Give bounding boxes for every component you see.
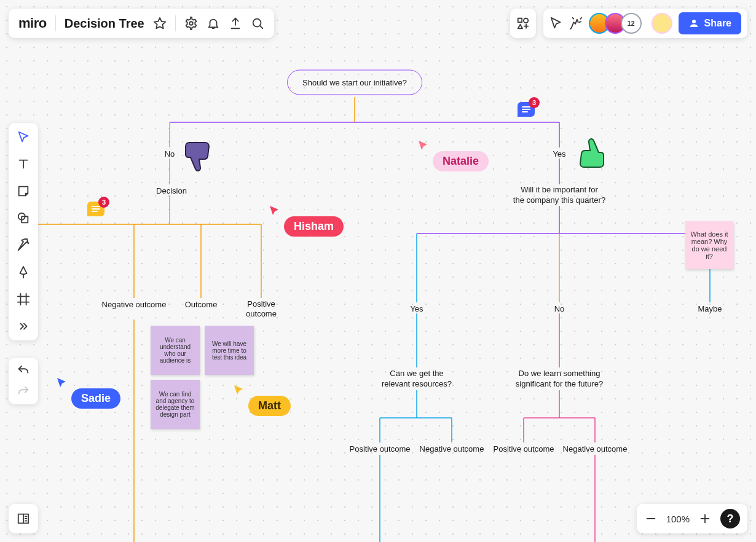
sticky-s3[interactable]: We can find and agency to delegate them …: [151, 380, 200, 429]
reactions-icon[interactable]: [569, 17, 583, 30]
help-button[interactable]: ?: [720, 509, 740, 528]
zoom-bar: 100% ?: [637, 504, 747, 533]
neg-outcome2[interactable]: Negative outcome: [420, 444, 484, 454]
select-tool-icon[interactable]: [15, 129, 31, 145]
branch-yes[interactable]: Yes: [553, 149, 565, 159]
cursor-icon[interactable]: [549, 17, 563, 30]
frames-button[interactable]: [9, 504, 38, 533]
branch-no2[interactable]: No: [554, 304, 565, 313]
comment-count-1: 3: [529, 97, 540, 108]
branch-yes2[interactable]: Yes: [410, 304, 423, 313]
svg-rect-2: [518, 18, 521, 22]
settings-icon[interactable]: [184, 17, 198, 30]
frame-tool-icon[interactable]: [15, 291, 31, 307]
sticky-tool-icon[interactable]: [15, 183, 31, 199]
svg-point-3: [523, 18, 527, 23]
branch-no[interactable]: No: [165, 149, 175, 159]
apps-icon: [516, 17, 530, 30]
comment-count-2: 3: [98, 197, 109, 208]
app-logo[interactable]: miro: [18, 15, 47, 31]
avatar-overflow: 12: [621, 13, 642, 34]
apps-button[interactable]: [510, 9, 536, 38]
comment-bubble-1[interactable]: 3: [518, 102, 535, 117]
line-tool-icon[interactable]: [15, 237, 31, 253]
collaborator-avatars[interactable]: 12: [589, 13, 642, 34]
export-icon[interactable]: [229, 17, 242, 30]
share-button[interactable]: Share: [679, 12, 741, 34]
thumbs-down-icon: [184, 140, 215, 176]
svg-point-0: [189, 22, 193, 25]
cursor-sadie: Sadie: [57, 377, 120, 409]
share-label: Share: [704, 18, 731, 29]
thumbs-up-icon: [573, 135, 605, 172]
neg-outcome[interactable]: Negative outcome: [102, 300, 167, 309]
sticky-s2[interactable]: We will have more time to test this idea: [205, 326, 254, 375]
zoom-level[interactable]: 100%: [666, 514, 690, 524]
resources-node[interactable]: Can we get the relevant resources?: [382, 369, 452, 390]
pos-outcome3[interactable]: Positive outcome: [494, 444, 554, 454]
left-toolbar: [9, 123, 38, 340]
undo-redo-panel: [9, 358, 38, 404]
text-tool-icon[interactable]: [15, 156, 31, 172]
board-title[interactable]: Decision Tree: [65, 17, 144, 31]
branch-maybe[interactable]: Maybe: [698, 304, 722, 313]
sticky-s1[interactable]: We can understand who our audience is: [151, 326, 200, 375]
zoom-in-icon[interactable]: [698, 512, 712, 525]
search-icon[interactable]: [251, 17, 264, 30]
cursor-hisham: Hisham: [269, 205, 344, 237]
more-tools-icon[interactable]: [15, 318, 31, 334]
zoom-out-icon[interactable]: [644, 512, 658, 525]
star-icon[interactable]: [153, 17, 167, 30]
outcome[interactable]: Outcome: [185, 300, 218, 309]
collab-panel: 12 Share: [543, 9, 747, 38]
sticky-s4[interactable]: What does it mean? Why do we need it?: [685, 221, 733, 269]
undo-icon[interactable]: [17, 364, 30, 377]
redo-icon[interactable]: [17, 385, 30, 398]
learn-node[interactable]: Do we learn something significant for th…: [516, 369, 603, 390]
cursor-natalie: Natalie: [418, 140, 489, 171]
pos-outcome[interactable]: Positive outcome: [246, 299, 277, 318]
pos-outcome2[interactable]: Positive outcome: [350, 444, 411, 454]
current-user-avatar[interactable]: [652, 13, 672, 34]
bell-icon[interactable]: [207, 17, 220, 30]
root-node[interactable]: Should we start our initiative?: [287, 70, 422, 95]
neg-outcome3[interactable]: Negative outcome: [563, 444, 628, 454]
important-node[interactable]: Will it be important for the company thi…: [513, 185, 605, 206]
decision-node[interactable]: Decision: [156, 186, 187, 195]
shape-tool-icon[interactable]: [15, 210, 31, 226]
pen-tool-icon[interactable]: [15, 264, 31, 280]
title-bar: miro Decision Tree: [9, 9, 274, 38]
comment-bubble-2[interactable]: 3: [87, 202, 104, 216]
frames-icon: [17, 512, 30, 525]
cursor-matt: Matt: [234, 385, 291, 416]
